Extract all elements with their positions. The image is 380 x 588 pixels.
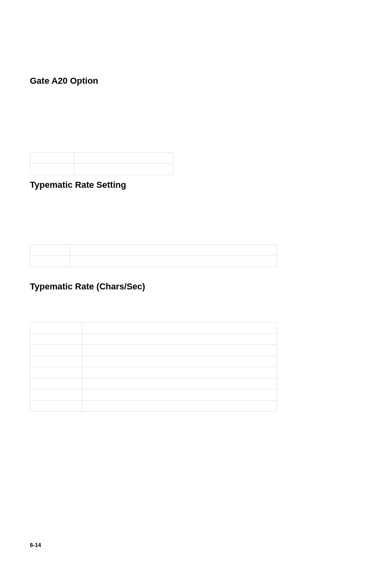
cell xyxy=(82,323,277,334)
cell xyxy=(30,153,74,164)
cell xyxy=(30,378,82,389)
cell xyxy=(70,256,277,267)
table-row xyxy=(30,153,173,164)
cell xyxy=(82,378,277,389)
cell xyxy=(30,345,82,356)
cell xyxy=(82,389,277,401)
table-typematic-rate xyxy=(30,322,277,412)
heading-gate-a20: Gate A20 Option xyxy=(30,76,350,86)
table-row xyxy=(30,164,173,175)
table-row xyxy=(30,334,277,345)
table-row xyxy=(30,401,277,412)
table-row xyxy=(30,245,277,256)
cell xyxy=(82,334,277,345)
cell xyxy=(74,164,173,175)
cell xyxy=(30,256,70,267)
cell xyxy=(74,153,173,164)
table-row xyxy=(30,378,277,389)
table-row xyxy=(30,323,277,334)
cell xyxy=(30,356,82,367)
table-gate-a20 xyxy=(30,152,173,175)
page-number: 6-14 xyxy=(30,542,41,548)
table-row xyxy=(30,356,277,367)
cell xyxy=(30,389,82,401)
cell xyxy=(30,367,82,378)
cell xyxy=(30,401,82,412)
cell xyxy=(82,401,277,412)
cell xyxy=(30,334,82,345)
table-row xyxy=(30,389,277,401)
heading-typematic-rate-setting: Typematic Rate Setting xyxy=(30,180,350,190)
cell xyxy=(30,164,74,175)
heading-typematic-rate-chars: Typematic Rate (Chars/Sec) xyxy=(30,281,350,292)
cell xyxy=(82,367,277,378)
cell xyxy=(82,356,277,367)
table-row xyxy=(30,367,277,378)
table-typematic-setting xyxy=(30,244,277,267)
table-row xyxy=(30,345,277,356)
table-row xyxy=(30,256,277,267)
cell xyxy=(70,245,277,256)
cell xyxy=(30,245,70,256)
cell xyxy=(30,323,82,334)
cell xyxy=(82,345,277,356)
